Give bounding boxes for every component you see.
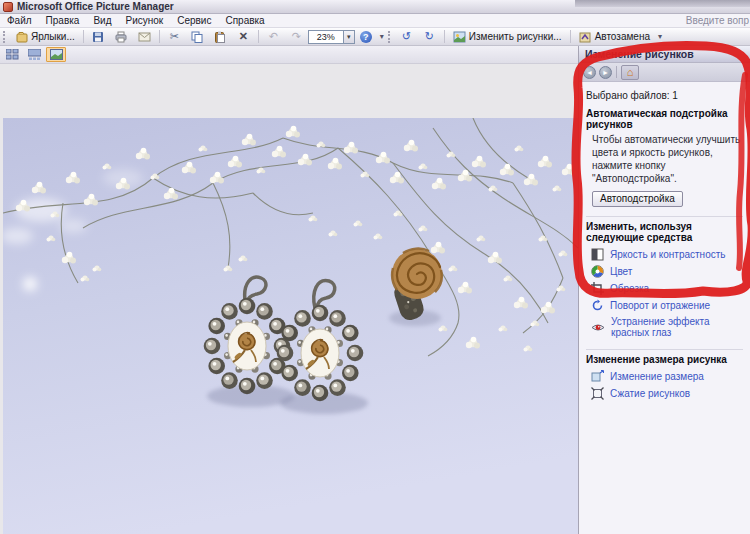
task-pane-nav: ◄ ► ⌂ — [579, 63, 750, 82]
print-icon — [115, 30, 128, 43]
help-button[interactable]: ? — [355, 29, 377, 45]
task-pane-title[interactable]: Изменение рисунков — [579, 46, 750, 63]
forward-icon[interactable]: ► — [599, 66, 612, 79]
menu-help[interactable]: Справка — [218, 15, 271, 26]
shortcuts-label: Ярлыки... — [31, 31, 75, 42]
toolbar-overflow-chevron-2[interactable]: ▾ — [655, 32, 665, 41]
edit-pictures-task-pane: Изменение рисунков ◄ ► ⌂ Выбрано файлов:… — [578, 46, 750, 534]
tool-color[interactable]: Цвет — [586, 263, 743, 280]
menu-tools[interactable]: Сервис — [170, 15, 218, 26]
tool-resize[interactable]: Изменение размера — [586, 368, 743, 385]
views-toolbar — [0, 46, 578, 64]
edit-pictures-icon — [453, 30, 466, 43]
autocorrect-button[interactable]: Автозамена — [574, 28, 655, 45]
edit-pictures-button[interactable]: Изменить рисунки... — [448, 28, 567, 45]
tool-compress[interactable]: Сжатие рисунков — [586, 385, 743, 402]
copy-icon — [191, 30, 204, 43]
title-bar: Microsoft Office Picture Manager — [0, 0, 750, 14]
home-icon[interactable]: ⌂ — [621, 65, 639, 80]
red-eye-icon — [591, 321, 605, 334]
help-icon: ? — [360, 31, 372, 43]
save-icon — [92, 30, 105, 43]
undo-icon: ↶ — [267, 30, 280, 43]
print-button[interactable] — [110, 28, 133, 45]
toolbar-overflow-chevron[interactable]: ▾ — [377, 32, 387, 41]
app-icon — [3, 2, 13, 12]
delete-icon: ✕ — [237, 30, 250, 43]
mail-button[interactable] — [133, 28, 156, 45]
rotate-right-button[interactable]: ↻ — [418, 28, 441, 45]
resize-heading: Изменение размера рисунка — [586, 354, 743, 365]
tool-brightness-contrast[interactable]: Яркость и контрастность — [586, 246, 743, 263]
menu-edit[interactable]: Правка — [39, 15, 87, 26]
auto-correct-description: Чтобы автоматически улучшить цвета и ярк… — [586, 133, 743, 185]
autocorrect-label: Автозамена — [595, 31, 650, 42]
rotate-left-icon: ↺ — [400, 30, 413, 43]
thumbnail-view-button[interactable] — [2, 47, 22, 62]
toolbar-grip — [3, 31, 7, 43]
single-picture-view-button[interactable] — [46, 47, 66, 62]
brightness-contrast-icon — [591, 248, 604, 261]
redo-button[interactable]: ↷ — [285, 28, 308, 45]
toolbar: Ярлыки... ✂ ✕ ↶ ↷ 23% ▾ ? ▾ ↺ ↻ Изменить… — [0, 28, 750, 46]
delete-button[interactable]: ✕ — [232, 28, 255, 45]
paste-icon — [214, 30, 227, 43]
copy-button[interactable] — [186, 28, 209, 45]
save-button[interactable] — [87, 28, 110, 45]
shortcuts-button[interactable]: Ярлыки... — [10, 28, 80, 45]
toolbar-grip-2 — [388, 31, 392, 43]
menu-file[interactable]: Файл — [0, 15, 39, 26]
cut-button[interactable]: ✂ — [163, 28, 186, 45]
shortcuts-icon — [15, 30, 28, 43]
type-question-box[interactable]: Введите вопр — [686, 15, 750, 26]
rotate-left-button[interactable]: ↺ — [395, 28, 418, 45]
filmstrip-view-button[interactable] — [24, 47, 44, 62]
edit-pictures-label: Изменить рисунки... — [469, 31, 562, 42]
menu-picture[interactable]: Рисунок — [118, 15, 170, 26]
rotate-right-icon: ↻ — [423, 30, 436, 43]
cut-icon: ✂ — [168, 30, 181, 43]
tool-crop[interactable]: Обрезка — [586, 280, 743, 297]
tool-red-eye[interactable]: Устранение эффекта красных глаз — [586, 314, 743, 340]
redo-icon: ↷ — [290, 30, 303, 43]
tool-rotate-flip[interactable]: Поворот и отражение — [586, 297, 743, 314]
autocorrect-icon — [579, 30, 592, 43]
undo-button[interactable]: ↶ — [262, 28, 285, 45]
paste-button[interactable] — [209, 28, 232, 45]
edit-tools-heading: Изменить, используя следующие средства — [586, 221, 743, 243]
photo-canvas — [3, 118, 578, 534]
zoom-level-input[interactable]: 23% — [308, 30, 344, 44]
selected-files-count: Выбрано файлов: 1 — [586, 90, 743, 101]
photo-earrings-scene — [3, 118, 578, 534]
menu-view[interactable]: Вид — [86, 15, 118, 26]
rotate-flip-icon — [591, 299, 604, 312]
zoom-dropdown-arrow[interactable]: ▾ — [344, 30, 355, 44]
autocorrect-run-button[interactable]: Автоподстройка — [592, 191, 683, 207]
auto-correct-heading: Автоматическая подстройка рисунков — [586, 108, 743, 130]
window-title: Microsoft Office Picture Manager — [17, 1, 174, 12]
rose-ring — [389, 249, 442, 326]
crop-icon — [591, 282, 604, 295]
compress-icon — [591, 387, 604, 400]
back-icon[interactable]: ◄ — [583, 66, 596, 79]
mail-icon — [138, 30, 151, 43]
resize-icon — [591, 370, 604, 383]
menu-bar: Файл Правка Вид Рисунок Сервис Справка В… — [0, 14, 750, 28]
color-wheel-icon — [591, 265, 604, 278]
